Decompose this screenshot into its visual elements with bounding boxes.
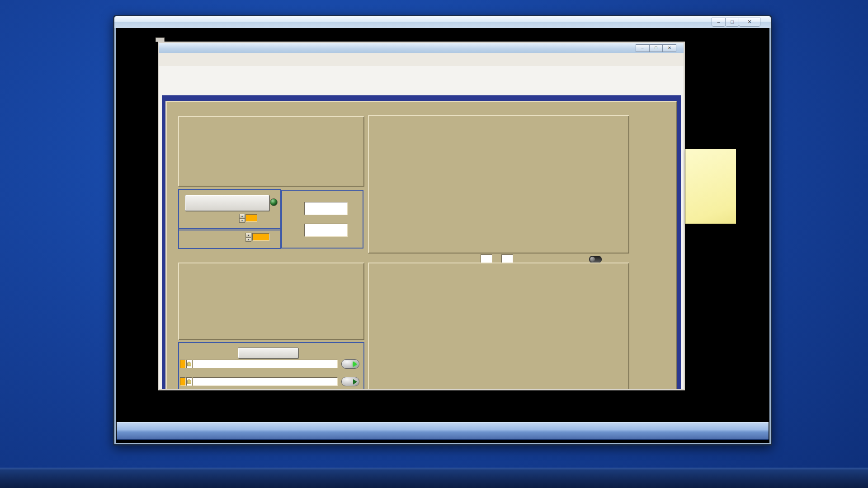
- vi-front-panel: ▲▼ ▲▼: [159, 66, 684, 389]
- snr-threshold-box: ▲▼: [178, 228, 281, 249]
- vi-tab-strip: [159, 53, 685, 66]
- remote-desktop: .... – □ ✕: [116, 28, 769, 443]
- processed-path-field[interactable]: [193, 360, 338, 368]
- on-indicator: [353, 361, 357, 367]
- raw-path-field[interactable]: [193, 377, 338, 386]
- vi-close-button[interactable]: ✕: [663, 44, 676, 52]
- rdp-window: – □ ✕ .... – □ ✕: [113, 15, 772, 446]
- raw-logging-off-button[interactable]: [341, 377, 359, 386]
- browse-icon: [187, 360, 192, 368]
- raw-drive-selector[interactable]: [180, 377, 186, 386]
- az-field[interactable]: [304, 202, 348, 215]
- vi-minimize-button[interactable]: –: [636, 44, 649, 52]
- browse-icon: [187, 378, 192, 385]
- renew-led-indicator[interactable]: [270, 198, 278, 206]
- background-controls-box: ▲▼: [178, 189, 281, 230]
- processed-logging-on-button[interactable]: [341, 359, 359, 369]
- rdp-maximize-button[interactable]: □: [725, 18, 739, 27]
- vi-maximize-button[interactable]: □: [649, 44, 663, 52]
- raw-browse-button[interactable]: [186, 377, 192, 386]
- restart-processed-file-button[interactable]: [238, 347, 298, 358]
- data-logging-box: [178, 342, 364, 390]
- el-field[interactable]: [304, 224, 348, 237]
- ascope-graph-group: [178, 116, 364, 187]
- vi-titlebar[interactable]: – □ ✕: [159, 43, 684, 53]
- off-indicator: [353, 379, 357, 385]
- rdp-close-button[interactable]: ✕: [739, 18, 760, 27]
- snr-spinner[interactable]: ▲▼: [245, 233, 251, 241]
- velocity-graph-group: [178, 263, 364, 340]
- sticky-note[interactable]: [685, 149, 736, 224]
- host-taskbar: [0, 468, 868, 488]
- average-count-field[interactable]: [501, 254, 513, 263]
- vi-window: – □ ✕ ▲▼: [158, 42, 685, 390]
- renew-background-button[interactable]: [185, 195, 269, 211]
- processed-browse-button[interactable]: [186, 360, 192, 368]
- processed-drive-selector[interactable]: [180, 360, 186, 368]
- backscatter-graph-group: [368, 115, 629, 253]
- host-desktop: – □ ✕ .... – □ ✕: [0, 0, 868, 488]
- backscatter-toggle[interactable]: [589, 256, 602, 263]
- rays-spinner[interactable]: ▲▼: [239, 214, 245, 222]
- rdp-minimize-button[interactable]: –: [712, 18, 726, 27]
- snr-value-field[interactable]: [252, 233, 269, 241]
- remote-taskbar: [117, 422, 769, 440]
- rays-value-field[interactable]: [245, 214, 257, 222]
- scanner-position-box: [281, 190, 363, 249]
- average-number-field[interactable]: [481, 254, 492, 263]
- doppler-graph-group: [368, 263, 629, 390]
- rdp-titlebar[interactable]: – □ ✕: [114, 16, 771, 28]
